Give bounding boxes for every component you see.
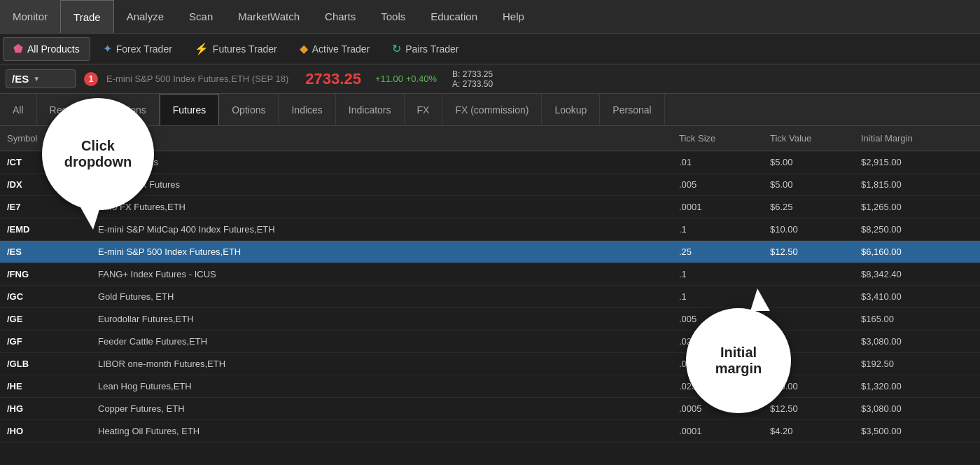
futures-trader-button[interactable]: ⚡ Futures Trader bbox=[185, 37, 287, 61]
all-products-icon: ⬟ bbox=[13, 42, 23, 55]
table-row[interactable]: /HO Heating Oil Futures, ETH .0001 $4.20… bbox=[0, 420, 980, 443]
tabs-bar: All Recent Positions Futures Options Ind… bbox=[0, 94, 980, 126]
col-tick-size: Tick Size bbox=[672, 130, 763, 146]
menu-education[interactable]: Education bbox=[418, 0, 490, 33]
futures-icon: ⚡ bbox=[195, 42, 209, 55]
cell-initial-margin: $3,410.00 bbox=[854, 286, 980, 307]
cell-desc: Dollar Index Futures bbox=[91, 174, 672, 195]
price-change-pct: +0.40% bbox=[406, 74, 437, 84]
callout-margin: Initial margin bbox=[686, 308, 791, 413]
cell-tick-size: .0001 bbox=[672, 196, 763, 218]
col-tick-value: Tick Value bbox=[763, 130, 854, 146]
cell-tick-value bbox=[763, 291, 854, 303]
table-row[interactable]: /GC Gold Futures, ETH .1 $3,410.00 bbox=[0, 286, 980, 308]
cell-initial-margin: $3,080.00 bbox=[854, 398, 980, 419]
futures-trader-label: Futures Trader bbox=[213, 43, 277, 55]
pairs-trader-button[interactable]: ↻ Pairs Trader bbox=[382, 37, 468, 61]
menu-tools[interactable]: Tools bbox=[368, 0, 418, 33]
tab-lookup[interactable]: Lookup bbox=[542, 94, 600, 125]
cell-initial-margin: $165.00 bbox=[854, 308, 980, 330]
cell-symbol: /HE bbox=[0, 375, 91, 397]
cell-desc: Cotton Futures bbox=[91, 151, 672, 173]
cell-tick-size: .25 bbox=[672, 241, 763, 263]
symbol-text: /ES bbox=[12, 73, 29, 85]
alert-badge[interactable]: 1 bbox=[84, 72, 98, 86]
table-row[interactable]: /ES E-mini S&P 500 Index Futures,ETH .25… bbox=[0, 241, 980, 263]
menu-monitor[interactable]: Monitor bbox=[0, 0, 60, 33]
cell-initial-margin: $3,080.00 bbox=[854, 331, 980, 352]
forex-trader-button[interactable]: ✦ Forex Trader bbox=[93, 37, 182, 61]
tab-indicators[interactable]: Indicators bbox=[336, 94, 405, 125]
cell-initial-margin: $8,342.40 bbox=[854, 263, 980, 285]
callout-dropdown: Click dropdown bbox=[42, 98, 154, 210]
cell-desc: E-mini S&P MidCap 400 Index Futures,ETH bbox=[91, 218, 672, 240]
cell-symbol: /GLB bbox=[0, 353, 91, 375]
cell-tick-value: $12.50 bbox=[763, 398, 854, 419]
cell-initial-margin: $3,500.00 bbox=[854, 420, 980, 442]
cell-desc: LIBOR one-month Futures,ETH bbox=[91, 353, 672, 375]
cell-tick-value bbox=[763, 314, 854, 325]
cell-desc: Copper Futures, ETH bbox=[91, 398, 672, 419]
cell-initial-margin: $6,160.00 bbox=[854, 241, 980, 263]
bid-price: B: 2733.25 bbox=[452, 69, 493, 79]
active-trader-label: Active Trader bbox=[312, 43, 370, 55]
tab-indices[interactable]: Indices bbox=[279, 94, 335, 125]
cell-symbol: /FNG bbox=[0, 263, 91, 285]
cell-tick-size: .005 bbox=[672, 174, 763, 195]
cell-symbol: /EMD bbox=[0, 218, 91, 240]
table-row[interactable]: /FNG FANG+ Index Futures - ICUS .1 $8,34… bbox=[0, 263, 980, 286]
tab-fx-commission[interactable]: FX (commission) bbox=[442, 94, 542, 125]
cell-desc: FANG+ Index Futures - ICUS bbox=[91, 263, 672, 285]
all-products-button[interactable]: ⬟ All Products bbox=[3, 37, 90, 61]
bid-ask: B: 2733.25 A: 2733.50 bbox=[452, 69, 493, 89]
futures-table: /CT Cotton Futures .01 $5.00 $2,915.00 /… bbox=[0, 151, 980, 465]
cell-desc: Gold Futures, ETH bbox=[91, 286, 672, 307]
cell-tick-size: .01 bbox=[672, 151, 763, 173]
active-trader-button[interactable]: ◆ Active Trader bbox=[290, 37, 379, 61]
sub-toolbar: ⬟ All Products ✦ Forex Trader ⚡ Futures … bbox=[0, 34, 980, 64]
menu-scan[interactable]: Scan bbox=[176, 0, 225, 33]
table-row[interactable]: /HE Lean Hog Futures,ETH .025 $10.00 $1,… bbox=[0, 375, 980, 398]
cell-symbol: /ES bbox=[0, 241, 91, 263]
pairs-icon: ↻ bbox=[392, 42, 401, 55]
all-products-label: All Products bbox=[27, 43, 80, 55]
table-row[interactable]: /HG Copper Futures, ETH .0005 $12.50 $3,… bbox=[0, 398, 980, 420]
table-row[interactable]: /GE Eurodollar Futures,ETH .005 $165.00 bbox=[0, 308, 980, 331]
cell-symbol: /HO bbox=[0, 420, 91, 442]
cell-initial-margin: $192.50 bbox=[854, 353, 980, 375]
table-row[interactable]: /GLB LIBOR one-month Futures,ETH .0025 $… bbox=[0, 353, 980, 375]
tab-fx[interactable]: FX bbox=[405, 94, 443, 125]
cell-tick-value: $5.00 bbox=[763, 174, 854, 195]
forex-trader-label: Forex Trader bbox=[116, 43, 172, 55]
ask-price: A: 2733.50 bbox=[452, 79, 493, 89]
menu-trade[interactable]: Trade bbox=[60, 0, 114, 33]
table-row[interactable]: /GF Feeder Cattle Futures,ETH .025 $3,08… bbox=[0, 331, 980, 353]
cell-symbol: /GC bbox=[0, 286, 91, 307]
cell-tick-value: $4.20 bbox=[763, 420, 854, 442]
symbol-dropdown[interactable]: /ES ▼ bbox=[6, 69, 76, 88]
cell-tick-size: .1 bbox=[672, 263, 763, 285]
dropdown-arrow-icon: ▼ bbox=[33, 75, 40, 83]
tab-futures[interactable]: Futures bbox=[160, 94, 219, 125]
cell-desc: Eurodollar Futures,ETH bbox=[91, 308, 672, 330]
menu-analyze[interactable]: Analyze bbox=[114, 0, 176, 33]
menu-charts[interactable]: Charts bbox=[312, 0, 368, 33]
cell-tick-size: .0001 bbox=[672, 420, 763, 442]
cell-desc: Euro FX Futures,ETH bbox=[91, 196, 672, 218]
table-row[interactable]: /EMD E-mini S&P MidCap 400 Index Futures… bbox=[0, 218, 980, 241]
tab-personal[interactable]: Personal bbox=[600, 94, 664, 125]
cell-desc: Feeder Cattle Futures,ETH bbox=[91, 331, 672, 352]
cell-symbol: /GF bbox=[0, 331, 91, 352]
col-initial-margin: Initial Margin bbox=[854, 130, 980, 146]
menu-help[interactable]: Help bbox=[490, 0, 537, 33]
tab-options[interactable]: Options bbox=[219, 94, 279, 125]
col-desc bbox=[91, 136, 672, 141]
cell-initial-margin: $2,915.00 bbox=[854, 151, 980, 173]
cell-symbol: /GE bbox=[0, 308, 91, 330]
table-row[interactable]: /E7 Euro FX Futures,ETH .0001 $6.25 $1,2… bbox=[0, 196, 980, 218]
cell-initial-margin: $8,250.00 bbox=[854, 218, 980, 240]
cell-tick-value: $12.50 bbox=[763, 241, 854, 263]
menu-marketwatch[interactable]: MarketWatch bbox=[225, 0, 312, 33]
menu-bar: Monitor Trade Analyze Scan MarketWatch C… bbox=[0, 0, 980, 34]
tab-all[interactable]: All bbox=[0, 94, 37, 125]
